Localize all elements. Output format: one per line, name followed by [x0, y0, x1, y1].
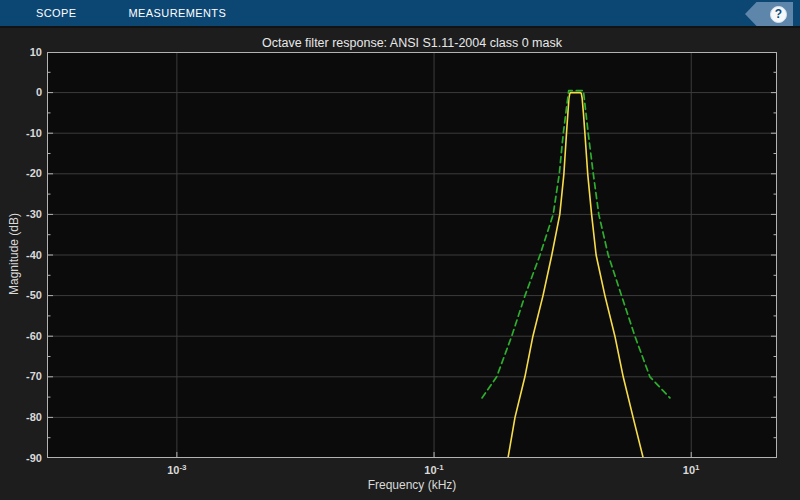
scope-window: SCOPE MEASUREMENTS ? Octave filter respo…	[0, 0, 800, 500]
y-tick-label: -40	[0, 249, 42, 262]
tab-scope[interactable]: SCOPE	[24, 0, 89, 27]
plot-area[interactable]	[47, 52, 777, 458]
y-tick-label: -20	[0, 167, 42, 180]
x-tick-label: 101	[683, 463, 700, 476]
chart-title: Octave filter response: ANSI S1.11-2004 …	[47, 36, 777, 50]
y-tick-label: -50	[0, 289, 42, 302]
y-tick-label: -70	[0, 370, 42, 383]
help-icon[interactable]: ?	[770, 6, 787, 23]
figure-area: Octave filter response: ANSI S1.11-2004 …	[0, 30, 800, 500]
y-tick-label: -90	[0, 452, 42, 465]
x-tick-label: 10-3	[167, 463, 186, 476]
y-tick-label: 10	[0, 46, 42, 59]
help-button[interactable]: ?	[745, 2, 793, 26]
x-tick-label: 10-1	[424, 463, 443, 476]
y-tick-label: 0	[0, 86, 42, 99]
tab-measurements[interactable]: MEASUREMENTS	[117, 0, 239, 27]
y-tick-label: -80	[0, 411, 42, 424]
y-tick-label: -60	[0, 330, 42, 343]
y-tick-label: -10	[0, 127, 42, 140]
x-axis-label: Frequency (kHz)	[47, 478, 777, 492]
toolstrip: SCOPE MEASUREMENTS ?	[0, 0, 800, 28]
y-tick-label: -30	[0, 208, 42, 221]
